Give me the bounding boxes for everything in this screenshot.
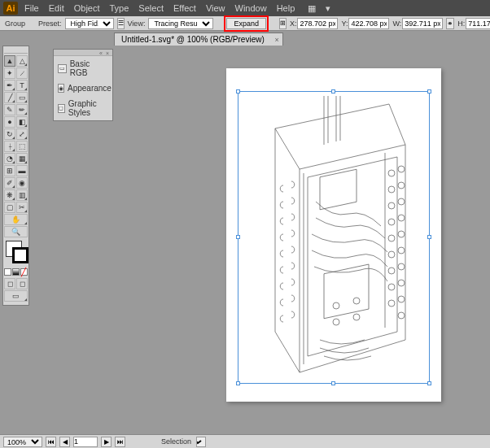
h-input[interactable] — [466, 18, 490, 29]
free-transform-tool[interactable]: ⬚ — [16, 141, 28, 152]
direct-selection-tool[interactable]: △ — [16, 55, 28, 67]
first-page-icon[interactable]: ⏮ — [46, 437, 56, 447]
svg-point-15 — [388, 235, 395, 241]
view-select[interactable]: Tracing Result — [148, 18, 213, 29]
svg-point-23 — [333, 319, 339, 325]
svg-point-6 — [398, 247, 405, 254]
svg-point-5 — [398, 231, 405, 237]
svg-point-22 — [353, 298, 360, 304]
svg-point-9 — [398, 296, 405, 302]
app-logo: Ai — [3, 2, 18, 15]
y-label: Y: — [341, 20, 348, 28]
svg-point-13 — [388, 202, 395, 209]
preset-options-icon[interactable]: ☰ — [117, 18, 125, 29]
menu-edit[interactable]: Edit — [49, 3, 64, 13]
menu-file[interactable]: File — [24, 3, 39, 13]
toolbox: ▲△ ✦⟋ ✒T ╱▭ ✎✏ ●◧ ↻⤢ ⟊⬚ ◔▦ ⊞▬ ✐◉ ❋▥ ▢✂ ✋… — [2, 46, 29, 306]
screen-mode[interactable]: ▭ — [4, 290, 28, 302]
blob-brush-tool[interactable]: ● — [4, 116, 15, 128]
selection-tool[interactable]: ▲ — [4, 55, 15, 67]
svg-point-17 — [388, 267, 395, 274]
pencil-tool[interactable]: ✏ — [16, 104, 28, 115]
h-label: H: — [457, 20, 465, 28]
w-input[interactable] — [402, 18, 443, 29]
scale-tool[interactable]: ⤢ — [16, 128, 28, 140]
svg-point-19 — [388, 300, 395, 307]
svg-point-12 — [388, 186, 395, 193]
eyedropper-tool[interactable]: ✐ — [4, 177, 15, 189]
color-mode[interactable] — [4, 268, 11, 276]
preset-select[interactable]: High Fid... — [65, 18, 114, 29]
artboard-nav-input[interactable] — [73, 437, 98, 447]
zoom-tool[interactable]: 🔍 — [4, 226, 28, 237]
lasso-tool[interactable]: ⟋ — [16, 67, 28, 79]
menu-select[interactable]: Select — [138, 3, 164, 13]
link-icon[interactable]: ⚭ — [446, 18, 454, 29]
menu-effect[interactable]: Effect — [173, 3, 196, 13]
paintbrush-tool[interactable]: ✎ — [4, 104, 15, 115]
last-page-icon[interactable]: ⏭ — [115, 437, 125, 447]
symbol-sprayer-tool[interactable]: ❋ — [4, 189, 15, 201]
draw-behind[interactable]: ◻ — [16, 278, 28, 289]
menu-window[interactable]: Window — [235, 3, 267, 13]
traced-image[interactable] — [243, 96, 425, 379]
svg-point-2 — [398, 182, 405, 189]
prev-page-icon[interactable]: ◀ — [59, 437, 70, 447]
rotate-tool[interactable]: ↻ — [4, 128, 15, 140]
draw-normal[interactable]: ◻ — [4, 278, 15, 289]
svg-point-16 — [388, 251, 395, 258]
arrange-icon[interactable]: ▾ — [326, 3, 330, 14]
stroke-swatch[interactable] — [12, 247, 28, 263]
status-mode: Selection — [161, 437, 191, 446]
svg-point-14 — [388, 219, 395, 225]
svg-point-24 — [353, 314, 360, 320]
svg-point-10 — [398, 312, 405, 319]
view-label: View: — [128, 20, 146, 28]
close-icon[interactable]: × — [275, 34, 279, 46]
blend-tool[interactable]: ◉ — [16, 177, 28, 189]
menu-view[interactable]: View — [206, 3, 225, 13]
x-input[interactable] — [297, 18, 338, 29]
menu-help[interactable]: Help — [277, 3, 295, 13]
hand-tool[interactable]: ✋ — [4, 214, 28, 225]
menu-object[interactable]: Object — [74, 3, 100, 13]
x-label: X: — [290, 20, 297, 28]
zoom-select[interactable]: 100% — [3, 437, 42, 447]
status-select[interactable] — [196, 437, 206, 447]
line-tool[interactable]: ╱ — [4, 92, 15, 103]
rectangle-tool[interactable]: ▭ — [16, 92, 28, 103]
eraser-tool[interactable]: ◧ — [16, 116, 28, 128]
svg-point-7 — [398, 263, 405, 270]
pen-tool[interactable]: ✒ — [4, 80, 15, 91]
type-tool[interactable]: T — [16, 80, 28, 91]
svg-point-21 — [333, 302, 339, 309]
magic-wand-tool[interactable]: ✦ — [4, 67, 15, 79]
slice-tool[interactable]: ✂ — [16, 202, 28, 213]
artboard-tool[interactable]: ▢ — [4, 202, 15, 213]
svg-point-1 — [398, 166, 405, 172]
bridge-icon[interactable]: ▦ — [308, 3, 316, 14]
mesh-tool[interactable]: ⊞ — [4, 165, 15, 176]
svg-rect-0 — [320, 169, 357, 210]
none-mode[interactable]: ╱ — [20, 268, 28, 276]
perspective-grid-tool[interactable]: ▦ — [16, 153, 28, 164]
width-tool[interactable]: ⟊ — [4, 141, 15, 152]
canvas[interactable] — [31, 46, 490, 434]
preset-label: Preset: — [38, 20, 62, 28]
gradient-mode[interactable] — [12, 268, 20, 276]
reference-point-icon[interactable]: ⊞ — [279, 18, 287, 29]
shape-builder-tool[interactable]: ◔ — [4, 153, 15, 164]
svg-point-11 — [388, 170, 395, 176]
svg-point-8 — [398, 280, 405, 286]
menu-type[interactable]: Type — [110, 3, 129, 13]
w-label: W: — [392, 20, 401, 28]
next-page-icon[interactable]: ▶ — [101, 437, 112, 447]
group-label: Group — [5, 20, 25, 28]
gradient-tool[interactable]: ▬ — [16, 165, 28, 176]
document-tab[interactable]: Untitled-1.svg* @ 100% (RGB/Preview) × — [114, 33, 283, 46]
column-graph-tool[interactable]: ▥ — [16, 189, 28, 201]
svg-point-18 — [388, 284, 395, 290]
expand-button[interactable]: Expand — [226, 18, 266, 29]
y-input[interactable] — [348, 18, 389, 29]
tab-title: Untitled-1.svg* @ 100% (RGB/Preview) — [121, 35, 265, 44]
